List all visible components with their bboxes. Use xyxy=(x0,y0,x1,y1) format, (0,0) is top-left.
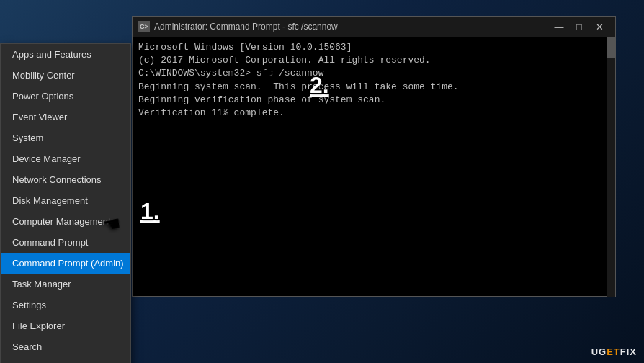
context-menu-item-7[interactable]: Disk Management xyxy=(1,190,130,211)
context-menu-item-3[interactable]: Event Viewer xyxy=(1,107,130,127)
cmd-scrollbar[interactable] xyxy=(607,37,615,297)
context-menu-item-2[interactable]: Power Options xyxy=(1,86,130,107)
cmd-window: C> Administrator: Command Prompt - sfc /… xyxy=(132,16,616,297)
context-menu-item-4[interactable]: System xyxy=(1,127,130,148)
context-menu-item-11[interactable]: Task Manager xyxy=(1,274,130,295)
minimize-button[interactable]: — xyxy=(549,17,569,37)
step-2-label: 2. xyxy=(310,72,329,99)
context-menu-item-12[interactable]: Settings xyxy=(1,295,130,315)
cmd-output: Microsoft Windows [Version 10.0.15063](c… xyxy=(133,37,615,296)
context-menu-item-5[interactable]: Device Manager xyxy=(1,148,130,169)
maximize-button[interactable]: □ xyxy=(569,17,589,37)
context-menu-item-10[interactable]: Command Prompt (Admin) xyxy=(1,253,130,274)
context-menu-item-13[interactable]: File Explorer xyxy=(1,315,130,336)
context-menu-item-15[interactable]: Run xyxy=(1,357,130,363)
context-menu: Apps and FeaturesMobility CenterPower Op… xyxy=(0,43,131,363)
step-1-label: 1. xyxy=(140,198,160,225)
watermark-ug: UG xyxy=(591,346,607,357)
watermark: UGETFIX xyxy=(591,346,637,357)
cmd-scrollbar-thumb[interactable] xyxy=(607,37,615,58)
cmd-controls: — □ ✕ xyxy=(549,17,609,37)
watermark-et: ET xyxy=(607,346,620,357)
context-menu-item-6[interactable]: Network Connections xyxy=(1,169,130,190)
close-button[interactable]: ✕ xyxy=(589,17,609,37)
context-menu-item-1[interactable]: Mobility Center xyxy=(1,65,130,86)
cmd-titlebar: C> Administrator: Command Prompt - sfc /… xyxy=(133,17,615,37)
cmd-title: Administrator: Command Prompt - sfc /sca… xyxy=(154,22,549,32)
context-menu-item-0[interactable]: Apps and Features xyxy=(1,44,130,65)
context-menu-item-14[interactable]: Search xyxy=(1,336,130,357)
watermark-fix: FIX xyxy=(620,346,637,357)
cmd-icon: C> xyxy=(138,21,150,32)
